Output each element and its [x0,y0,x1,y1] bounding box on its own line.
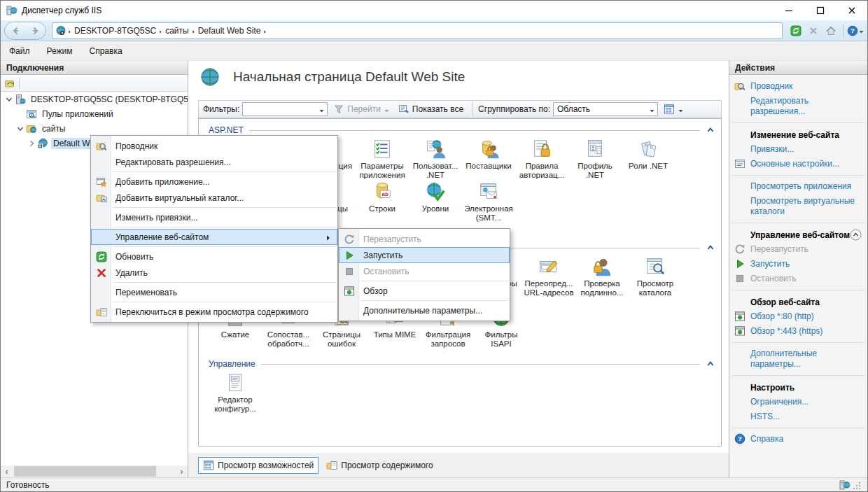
menu-item[interactable]: Изменить привязки... [91,209,337,225]
menu-item[interactable]: Проводник [91,138,337,154]
action-link[interactable]: Дополнительные параметры... [729,346,867,372]
menu-item[interactable]: Обзор [339,283,510,299]
actions-separator [732,428,864,428]
scrollbar-thumb[interactable] [14,466,156,477]
resize-grip[interactable] [850,479,862,491]
scroll-right-icon[interactable]: › [176,465,188,477]
action-link[interactable]: Проводник [729,79,867,94]
stop-gray-icon [344,266,355,277]
maximize-button[interactable] [804,1,836,20]
feature-item[interactable]: Редактор конфигур... [209,372,262,414]
menu-item[interactable]: Переключиться в режим просмотра содержим… [91,304,337,320]
actions-group-title: Настроить [750,383,794,393]
menubar-item[interactable]: Файл [1,43,38,59]
feature-item[interactable]: Проверка подлинно... [575,256,629,297]
feature-item[interactable]: Просмотр каталога [629,256,682,297]
menu-item[interactable]: Редактировать разрешения... [91,154,337,170]
iis-status-icon [839,479,850,491]
switch-content-icon [91,307,111,318]
feature-item[interactable]: Уровни [409,181,462,223]
menu-item[interactable]: Добавить приложение... [91,174,337,190]
menubar-item[interactable]: Справка [81,43,131,59]
action-link[interactable]: Основные настройки... [729,157,867,171]
section-collapse-icon[interactable] [706,125,715,135]
breadcrumb[interactable]: DESKTOP-8TGQ5SCсайтыDefault Web Site [52,22,783,39]
stop-gray-icon [339,266,359,277]
view-tab[interactable]: Просмотр возможностей [198,457,318,474]
minimize-button[interactable] [773,1,804,20]
scrollbar-track[interactable] [13,465,176,477]
filter-combobox[interactable] [242,102,328,116]
connections-header: Подключения [1,61,188,75]
feature-item[interactable]: Электронная (SMT... [462,181,515,223]
horizontal-scrollbar[interactable]: ‹ › [1,465,188,477]
action-link[interactable]: ?Справка [729,432,867,447]
action-link[interactable]: Обзор *:443 (https) [729,324,867,339]
forward-button[interactable] [30,25,41,36]
feature-item[interactable]: Роли .NET [622,139,675,180]
tree-expanded-icon[interactable] [5,95,13,104]
action-link[interactable]: Ограничения... [729,395,867,409]
save-connection-button[interactable] [4,78,15,89]
close-button[interactable] [836,1,867,20]
menu-item[interactable]: Переименовать [91,284,337,300]
actions-group-title: Изменение веб-сайта [750,130,839,140]
breadcrumb-item[interactable]: Default Web Site [198,26,261,36]
action-link[interactable]: Просмотреть виртуальные каталоги [729,194,867,219]
breadcrumb-item[interactable]: сайты [165,26,189,36]
feature-item[interactable]: Правила авторизац... [515,139,568,180]
tree-item[interactable]: сайты [1,121,188,136]
tree-expanded-icon[interactable] [16,125,24,133]
menubar-item[interactable]: Режим [38,43,81,59]
action-link[interactable]: Редактировать разрешения... [729,94,867,119]
back-button[interactable] [10,25,21,36]
menu-item[interactable]: Остановить [339,263,510,279]
tree-item[interactable]: DESKTOP-8TGQ5SC (DESKTOP-8TGQ5SC\v [1,92,188,106]
tree-item[interactable]: Пулы приложений [1,106,188,121]
tree-collapsed-icon[interactable] [27,139,36,148]
feature-item[interactable]: Поставщики [462,139,515,180]
feature-item[interactable]: Параметры приложения [356,139,409,180]
menu-item[interactable]: Дополнительные параметры... [339,302,510,318]
action-link[interactable]: Запустить [729,257,867,272]
action-link[interactable]: HSTS... [729,409,867,424]
action-link[interactable]: Привязки... [729,142,867,157]
section-collapse-icon[interactable] [706,243,715,253]
feature-item-label: Просмотр каталога [637,279,674,297]
help-button[interactable]: ? [848,23,863,38]
trust-levels-icon [425,181,446,202]
menu-separator [113,282,336,283]
show-all-button[interactable]: Показать все [396,102,466,116]
menu-item[interactable]: Перезапустить [339,231,510,247]
view-tabs: Просмотр возможностейПросмотр содержимог… [188,453,729,477]
add-vdir-icon [91,192,111,204]
breadcrumb-item[interactable]: DESKTOP-8TGQ5SC [74,26,156,36]
menu-item[interactable]: Управление веб-сайтом [91,229,337,245]
menu-item-label: Редактировать разрешения... [115,157,332,167]
menu-item[interactable]: Запустить [339,247,510,263]
feature-item[interactable]: Профиль .NET [568,139,622,180]
status-text: Готовность [6,480,50,490]
view-mode-button[interactable] [661,102,687,116]
explorer-icon [96,141,107,152]
action-link[interactable]: Обзор *:80 (http) [729,309,867,324]
menu-item[interactable]: Обновить [91,248,337,265]
home-button[interactable] [823,23,839,38]
refresh-button[interactable] [788,23,804,38]
go-button[interactable]: Перейти [330,102,393,116]
menu-item-label: Переименовать [115,288,332,297]
feature-item[interactable]: Переопред... URL-адресов [522,256,575,297]
view-tab[interactable]: Просмотр содержимого [321,457,438,474]
chevron-down-icon [318,106,325,113]
menu-item[interactable]: Добавить виртуальный каталог... [91,190,337,206]
stop-button[interactable] [806,23,821,38]
feature-item[interactable]: Пользоват... .NET [409,139,462,180]
section-collapse-icon[interactable] [706,359,715,369]
view-tab-label: Просмотр возможностей [218,461,314,470]
action-link[interactable]: Просмотреть приложения [729,179,867,194]
scroll-left-icon[interactable]: ‹ [1,465,13,477]
group-by-combobox[interactable]: Область [553,102,658,116]
feature-item[interactable]: abСтроки [356,181,409,223]
collapse-circle-icon[interactable] [850,229,862,241]
menu-item[interactable]: Удалить [91,265,337,281]
